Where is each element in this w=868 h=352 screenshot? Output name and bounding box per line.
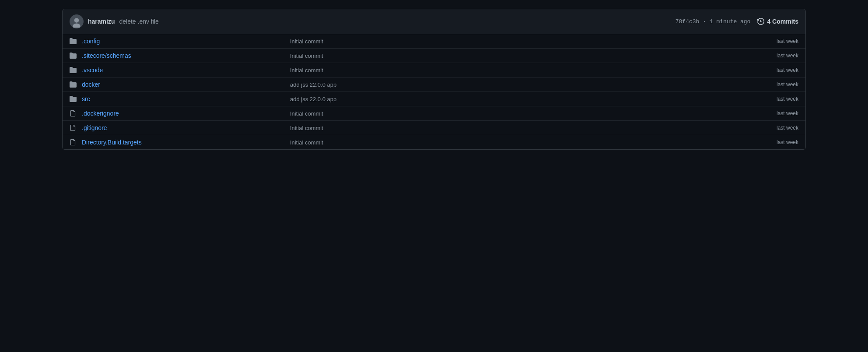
commit-header: haramizu delete .env file 78f4c3b · 1 mi… bbox=[63, 9, 805, 34]
file-time: last week bbox=[746, 139, 798, 145]
svg-point-1 bbox=[74, 18, 79, 23]
file-icon bbox=[70, 124, 77, 131]
file-icon bbox=[70, 139, 77, 146]
file-type-icon bbox=[70, 52, 78, 59]
file-type-icon bbox=[70, 110, 78, 117]
file-time: last week bbox=[746, 125, 798, 131]
table-row: .vscode Initial commit last week bbox=[63, 63, 805, 77]
file-type-icon bbox=[70, 124, 78, 131]
file-table: .config Initial commit last week .siteco… bbox=[63, 34, 805, 149]
table-row: .gitignore Initial commit last week bbox=[63, 121, 805, 135]
file-name[interactable]: .vscode bbox=[82, 67, 283, 74]
commit-header-left: haramizu delete .env file bbox=[70, 14, 159, 28]
file-name[interactable]: docker bbox=[82, 81, 283, 88]
commit-author[interactable]: haramizu bbox=[88, 18, 115, 25]
commit-header-right: 78f4c3b · 1 minute ago 4 Commits bbox=[676, 18, 798, 25]
file-commit-message: Initial commit bbox=[283, 67, 746, 74]
file-time: last week bbox=[746, 81, 798, 88]
table-row: .dockerignore Initial commit last week bbox=[63, 106, 805, 121]
file-time: last week bbox=[746, 67, 798, 73]
file-name[interactable]: .config bbox=[82, 38, 283, 45]
commit-hash: 78f4c3b · 1 minute ago bbox=[676, 18, 751, 25]
file-name[interactable]: .gitignore bbox=[82, 124, 283, 131]
history-icon bbox=[757, 18, 764, 25]
avatar bbox=[70, 14, 84, 28]
file-time: last week bbox=[746, 110, 798, 116]
file-commit-message: Initial commit bbox=[283, 53, 746, 59]
file-time: last week bbox=[746, 53, 798, 59]
file-commit-message: Initial commit bbox=[283, 38, 746, 45]
file-icon bbox=[70, 110, 77, 117]
folder-icon bbox=[70, 38, 77, 45]
file-name[interactable]: Directory.Build.targets bbox=[82, 139, 283, 146]
file-commit-message: Initial commit bbox=[283, 110, 746, 117]
commit-message: delete .env file bbox=[119, 18, 158, 25]
commits-count-label: 4 Commits bbox=[767, 18, 798, 25]
file-commit-message: add jss 22.0.0 app bbox=[283, 96, 746, 102]
file-type-icon bbox=[70, 95, 78, 102]
table-row: .config Initial commit last week bbox=[63, 34, 805, 49]
file-type-icon bbox=[70, 67, 78, 74]
table-row: .sitecore/schemas Initial commit last we… bbox=[63, 49, 805, 63]
commits-link[interactable]: 4 Commits bbox=[757, 18, 798, 25]
folder-icon bbox=[70, 81, 77, 88]
folder-icon bbox=[70, 95, 77, 102]
file-type-icon bbox=[70, 139, 78, 146]
file-type-icon bbox=[70, 81, 78, 88]
file-commit-message: add jss 22.0.0 app bbox=[283, 81, 746, 88]
table-row: Directory.Build.targets Initial commit l… bbox=[63, 135, 805, 149]
table-row: src add jss 22.0.0 app last week bbox=[63, 92, 805, 106]
file-name[interactable]: .sitecore/schemas bbox=[82, 52, 283, 59]
repo-container: haramizu delete .env file 78f4c3b · 1 mi… bbox=[62, 9, 806, 150]
file-type-icon bbox=[70, 38, 78, 45]
file-time: last week bbox=[746, 38, 798, 44]
folder-icon bbox=[70, 67, 77, 74]
table-row: docker add jss 22.0.0 app last week bbox=[63, 77, 805, 92]
file-name[interactable]: src bbox=[82, 95, 283, 102]
file-time: last week bbox=[746, 96, 798, 102]
file-name[interactable]: .dockerignore bbox=[82, 110, 283, 117]
file-commit-message: Initial commit bbox=[283, 139, 746, 146]
file-commit-message: Initial commit bbox=[283, 125, 746, 131]
folder-icon bbox=[70, 52, 77, 59]
